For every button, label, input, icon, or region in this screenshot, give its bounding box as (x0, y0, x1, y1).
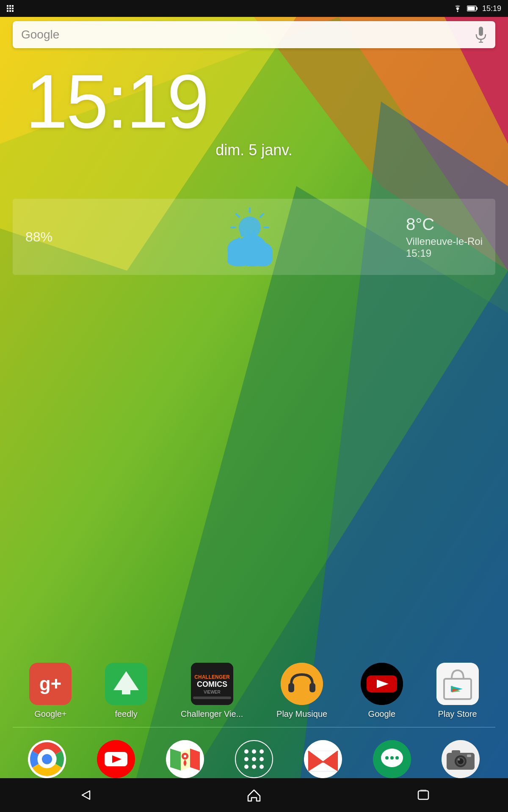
svg-rect-34 (122, 690, 130, 694)
svg-rect-42 (309, 683, 315, 692)
app-music-label: Play Musique (276, 709, 327, 719)
wifi-icon (453, 5, 463, 12)
svg-marker-95 (248, 790, 260, 801)
svg-rect-41 (288, 683, 294, 692)
svg-point-22 (240, 232, 244, 237)
svg-point-55 (42, 754, 52, 764)
weather-info: 8°C Villeneuve-le-Roi 15:19 (406, 215, 483, 259)
svg-text:": " (390, 760, 394, 771)
status-time: 15:19 (482, 4, 501, 13)
svg-point-71 (244, 765, 248, 769)
home-button[interactable] (237, 785, 271, 806)
svg-marker-60 (170, 749, 181, 771)
svg-point-66 (252, 749, 256, 754)
svg-point-40 (281, 663, 323, 705)
weather-humidity: 88% (25, 229, 93, 245)
svg-text:g+: g+ (39, 673, 62, 694)
dock-camera[interactable] (442, 740, 480, 778)
status-bar: 15:19 (0, 0, 508, 17)
svg-point-64 (184, 755, 186, 757)
clock-widget: 15:19 dim. 5 janv. (13, 55, 495, 172)
app-comics[interactable]: CHALLENGER COMICS VIEWER Challenger Vie.… (181, 663, 243, 719)
app-dock-divider (13, 727, 495, 727)
svg-marker-62 (190, 749, 200, 771)
svg-point-72 (252, 765, 256, 769)
svg-rect-10 (479, 27, 483, 36)
clock-time: 15:19 (25, 63, 483, 140)
svg-text:COMICS: COMICS (197, 680, 227, 689)
app-playstore[interactable]: Play Store (436, 663, 479, 719)
battery-icon (467, 5, 478, 12)
svg-rect-1 (476, 7, 478, 10)
status-right-icons: 15:19 (453, 4, 501, 13)
svg-line-18 (236, 214, 239, 217)
svg-rect-92 (467, 754, 471, 757)
svg-rect-39 (193, 697, 231, 699)
grid-icon (7, 5, 14, 12)
svg-point-67 (260, 749, 264, 754)
svg-rect-96 (418, 791, 428, 799)
google-app-icon (361, 663, 403, 705)
feedly-icon (105, 663, 147, 705)
svg-point-69 (252, 757, 256, 761)
svg-point-23 (246, 229, 250, 235)
dock-youtube[interactable] (97, 740, 135, 778)
dock-gmail[interactable] (304, 740, 342, 778)
maps-icon (166, 740, 204, 778)
dock-allapps[interactable] (235, 740, 273, 778)
app-googleplus-label: Google+ (34, 709, 66, 719)
youtube-icon (97, 740, 135, 778)
mic-icon[interactable] (475, 27, 487, 42)
back-button[interactable] (68, 785, 102, 806)
googleplus-icon: g+ (29, 663, 72, 705)
comics-icon: CHALLENGER COMICS VIEWER (191, 663, 233, 705)
allapps-icon (235, 740, 273, 778)
app-google[interactable]: Google (361, 663, 403, 719)
playstore-icon (436, 663, 479, 705)
recents-button[interactable] (406, 785, 440, 806)
dock-chrome[interactable] (28, 740, 66, 778)
svg-point-82 (385, 756, 389, 760)
weather-widget: 88% 8°C (13, 199, 495, 275)
app-grid: g+ Google+ feedly CHALLENGER COMICS VIEW… (13, 654, 495, 727)
camera-icon (442, 740, 480, 778)
clock-date: dim. 5 janv. (25, 141, 483, 159)
svg-point-91 (458, 759, 460, 761)
svg-text:CHALLENGER: CHALLENGER (194, 674, 230, 680)
weather-temperature: 8°C (406, 215, 483, 234)
app-feedly[interactable]: feedly (105, 663, 147, 719)
hangouts-icon: " (373, 740, 411, 778)
svg-text:VIEWER: VIEWER (204, 690, 220, 694)
music-icon (281, 663, 323, 705)
app-playstore-label: Play Store (438, 709, 477, 719)
app-googleplus[interactable]: g+ Google+ (29, 663, 72, 719)
svg-point-31 (253, 256, 272, 266)
svg-rect-2 (467, 7, 475, 11)
dock-hangouts[interactable]: " (373, 740, 411, 778)
svg-point-70 (260, 757, 264, 761)
svg-point-84 (395, 756, 399, 760)
dock-maps[interactable] (166, 740, 204, 778)
svg-marker-61 (181, 749, 190, 771)
weather-condition-icon (207, 203, 292, 271)
svg-point-73 (260, 765, 264, 769)
chrome-icon (28, 740, 66, 778)
nav-bar (0, 778, 508, 812)
app-feedly-label: feedly (115, 709, 137, 719)
svg-point-65 (244, 749, 248, 754)
weather-icon-area (93, 203, 406, 271)
app-comics-label: Challenger Vie... (181, 709, 243, 719)
weather-location: Villeneuve-le-Roi (406, 236, 483, 247)
svg-point-68 (244, 757, 248, 761)
app-google-label: Google (368, 709, 396, 719)
app-music[interactable]: Play Musique (276, 663, 327, 719)
svg-marker-94 (82, 791, 90, 799)
svg-point-83 (390, 756, 394, 760)
status-left-icons (7, 5, 14, 12)
dock: " (13, 740, 495, 778)
gmail-icon (304, 740, 342, 778)
google-logo: Google (21, 28, 59, 41)
svg-marker-33 (113, 671, 139, 690)
svg-rect-93 (452, 750, 460, 754)
search-bar[interactable]: Google (13, 21, 495, 48)
